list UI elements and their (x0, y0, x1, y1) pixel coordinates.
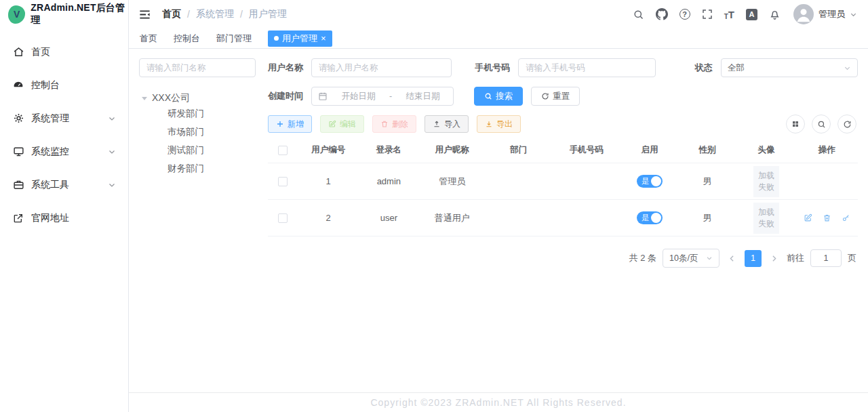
app-logo[interactable]: V ZRAdmin.NET后台管理 (0, 0, 128, 28)
monitor-icon (12, 146, 24, 158)
status-select-value: 全部 (728, 62, 745, 74)
user-menu[interactable]: 管理员 (793, 4, 857, 24)
refresh-icon (541, 92, 549, 100)
user-panel: 用户名称 手机号码 状态 全部 创建时间 (268, 58, 858, 268)
col-enabled: 启用 (622, 139, 678, 163)
date-range-picker[interactable]: 开始日期 - 结束日期 (311, 87, 454, 106)
sidebar-item-console[interactable]: 控制台 (0, 68, 128, 102)
select-all-checkbox[interactable] (278, 146, 288, 155)
dept-search-input[interactable] (139, 58, 256, 77)
trash-icon (380, 120, 389, 128)
phone-input[interactable] (518, 58, 655, 77)
filter-row-2: 创建时间 开始日期 - 结束日期 搜索 (268, 87, 858, 106)
row-reset-password-icon[interactable] (842, 213, 850, 222)
tab-home[interactable]: 首页 (140, 33, 157, 45)
sidebar-item-official-site[interactable]: 官网地址 (0, 201, 128, 234)
row-delete-icon[interactable] (823, 213, 831, 222)
refresh-icon[interactable] (837, 115, 856, 133)
col-phone: 手机号码 (551, 139, 622, 163)
page-size-select[interactable]: 10条/页 (663, 249, 719, 268)
enabled-toggle[interactable]: 是 (637, 175, 663, 188)
fullscreen-icon[interactable] (702, 9, 713, 20)
external-link-icon (12, 212, 24, 224)
tab-user-manage[interactable]: 用户管理 (268, 30, 332, 47)
github-icon[interactable] (656, 8, 668, 20)
row-edit-icon[interactable] (804, 213, 812, 222)
page-number-active[interactable]: 1 (745, 250, 762, 267)
add-button[interactable]: 新增 (268, 115, 312, 133)
sidebar-item-label: 首页 (31, 46, 50, 58)
calendar-icon (318, 91, 328, 101)
delete-button-label: 删除 (392, 119, 408, 130)
upload-icon (433, 120, 441, 128)
filter-row-1: 用户名称 手机号码 状态 全部 (268, 58, 858, 77)
row-checkbox[interactable] (278, 177, 288, 186)
date-start-placeholder: 开始日期 (334, 91, 382, 102)
col-dept: 部门 (486, 139, 551, 163)
delete-button[interactable]: 删除 (372, 115, 416, 133)
cell-login-name: user (359, 200, 418, 236)
reset-button-label: 重置 (553, 91, 570, 102)
breadcrumb-separator: / (187, 9, 190, 20)
avatar-load-failed: 加载失败 (753, 203, 779, 234)
cell-phone (551, 163, 622, 200)
search-icon (484, 92, 492, 100)
font-size-icon[interactable] (724, 9, 734, 20)
tab-dept-manage[interactable]: 部门管理 (216, 33, 252, 45)
tree-node-dept[interactable]: 测试部门 (139, 141, 256, 159)
goto-page-input[interactable] (810, 249, 842, 267)
prev-page-icon[interactable] (726, 254, 738, 263)
tree-node-label: XXX公司 (152, 92, 190, 104)
table-header-row: 用户编号 登录名 用户昵称 部门 手机号码 启用 性别 头像 操作 (268, 139, 858, 163)
tree-node-dept[interactable]: 财务部门 (139, 159, 256, 178)
tab-console[interactable]: 控制台 (174, 33, 200, 45)
tree-node-company[interactable]: XXX公司 (139, 92, 256, 104)
navbar-actions: 管理员 (633, 4, 857, 24)
help-icon[interactable] (679, 9, 690, 20)
sidebar-item-label: 系统监控 (31, 146, 69, 158)
app-title: ZRAdmin.NET后台管理 (31, 2, 128, 26)
columns-grid-icon[interactable] (786, 115, 805, 133)
tree-node-dept[interactable]: 市场部门 (139, 123, 256, 141)
search-icon[interactable] (633, 9, 644, 20)
sidebar: V ZRAdmin.NET后台管理 首页 控制台 系统管理 (0, 0, 129, 412)
next-page-icon[interactable] (768, 254, 781, 263)
dashboard-icon (12, 79, 24, 91)
sidebar-item-system-monitor[interactable]: 系统监控 (0, 135, 128, 168)
caret-down-icon[interactable] (142, 97, 147, 100)
copyright-text: Copyright ©2023 ZRAdmin.NET All Rights R… (370, 397, 626, 408)
reset-button[interactable]: 重置 (531, 87, 580, 106)
export-button[interactable]: 导出 (477, 115, 521, 133)
breadcrumb-system: 系统管理 (196, 8, 234, 20)
import-button[interactable]: 导入 (425, 115, 469, 133)
tab-label: 用户管理 (282, 33, 317, 45)
close-icon[interactable] (321, 34, 326, 43)
toolbox-icon (12, 179, 24, 191)
sidebar-menu: 首页 控制台 系统管理 系统监控 (0, 28, 128, 234)
tabbar: 首页 控制台 部门管理 用户管理 (129, 28, 868, 49)
tree-node-dept[interactable]: 研发部门 (139, 104, 256, 123)
col-nick-name: 用户昵称 (418, 139, 486, 163)
enabled-toggle[interactable]: 是 (637, 211, 663, 224)
sidebar-item-home[interactable]: 首页 (0, 35, 128, 68)
row-checkbox[interactable] (278, 213, 288, 223)
cell-user-id: 1 (298, 163, 359, 200)
page-size-value: 10条/页 (669, 253, 698, 264)
breadcrumb-home[interactable]: 首页 (162, 8, 181, 20)
username-label: 用户名称 (268, 62, 303, 74)
status-select[interactable]: 全部 (721, 58, 858, 77)
sidebar-item-label: 官网地址 (31, 212, 69, 224)
created-label: 创建时间 (268, 90, 303, 102)
bell-icon[interactable] (769, 9, 781, 20)
sidebar-item-system-tools[interactable]: 系统工具 (0, 168, 128, 201)
username-input[interactable] (311, 58, 452, 77)
translate-icon[interactable] (746, 9, 757, 20)
menu-fold-icon[interactable] (138, 8, 151, 21)
search-toggle-icon[interactable] (812, 115, 831, 133)
avatar-load-failed: 加载失败 (753, 166, 779, 197)
total-count-label: 共 2 条 (629, 252, 656, 264)
search-button[interactable]: 搜索 (474, 87, 523, 106)
dept-panel: XXX公司 研发部门 市场部门 测试部门 财务部门 (139, 58, 256, 178)
sidebar-item-system-manage[interactable]: 系统管理 (0, 102, 128, 135)
edit-button[interactable]: 编辑 (320, 115, 364, 133)
